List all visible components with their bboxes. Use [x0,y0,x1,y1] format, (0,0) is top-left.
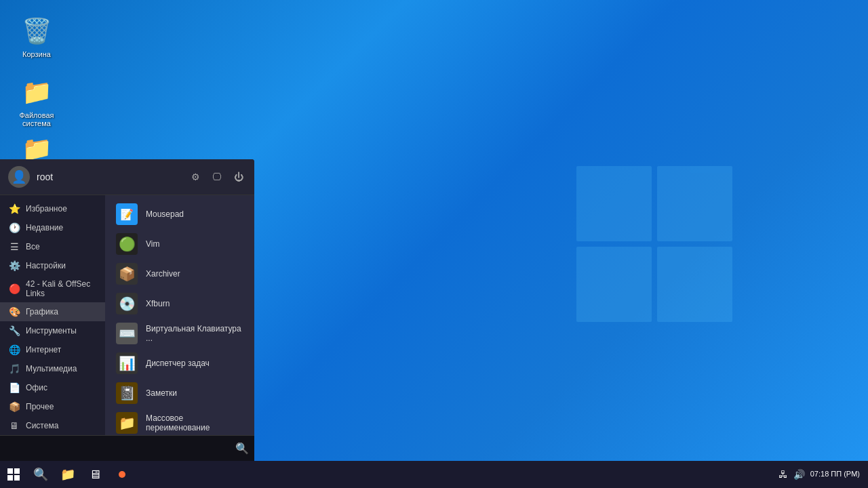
app-label-keyboard: Виртуальная Клавиатура ... [146,324,243,343]
orange-dot-indicator [119,471,125,478]
sidebar-item-graphics[interactable]: 🎨 Графика [0,302,105,321]
desktop: 🗑️ Корзина 📁 Файловая система 📁 👤 root ⚙… [0,0,868,488]
app-icon-xarchiver: 📦 [116,263,138,285]
sidebar-item-recent[interactable]: 🕐 Недавние [0,218,105,237]
sidebar-icon-settings: ⚙️ [8,260,20,271]
settings-button[interactable]: ⚙ [189,170,203,184]
sidebar-label-tools: Инструменты [26,326,77,336]
sidebar-label-other: Прочее [26,402,54,411]
user-avatar: 👤 [8,166,30,188]
svg-rect-1 [14,468,20,474]
app-icon-taskmgr: 📊 [116,352,138,374]
taskbar: 🔍 📁 🖥 🖧 🔊 07:18 ПП (PM) [0,461,868,488]
menu-body: ⭐ Избранное 🕐 Недавние ☰ Все ⚙️ Настройк… [0,195,254,435]
app-item-notes[interactable]: 📓 Заметки [105,378,254,408]
app-icon-mousepad: 📝 [116,203,138,225]
app-item-mousepad[interactable]: 📝 Mousepad [105,199,254,229]
sidebar-item-other[interactable]: 📦 Прочее [0,397,105,416]
sidebar-label-office: Офис [26,383,47,392]
recycle-bin-icon: 🗑️ [20,15,53,47]
tray-network-icon[interactable]: 🖧 [778,469,788,480]
app-item-rename[interactable]: 📁 Массовое переименование [105,408,254,435]
sidebar-icon-office: 📄 [8,382,20,393]
svg-rect-2 [7,475,13,481]
sidebar-label-all: Все [26,242,40,251]
menu-header: 👤 root ⚙ 🖵 ⏻ [0,159,254,195]
header-actions: ⚙ 🖵 ⏻ [189,170,246,184]
sidebar-item-settings[interactable]: ⚙️ Настройки [0,256,105,275]
sidebar-icon-all: ☰ [8,241,20,252]
sidebar-label-multimedia: Мультимедиа [26,364,77,373]
orange-dot-button[interactable] [108,461,136,488]
menu-search: 🔍 [0,435,254,461]
sidebar-icon-favorites: ⭐ [8,203,20,214]
svg-rect-3 [14,475,20,481]
sidebar-icon-system: 🖥 [8,420,20,431]
app-label-notes: Заметки [146,388,177,398]
app-icon-notes: 📓 [116,382,138,404]
tray-sound-icon[interactable]: 🔊 [793,469,805,480]
taskbar-tray: 🖧 🔊 07:18 ПП (PM) [778,469,868,480]
screen-button[interactable]: 🖵 [210,170,224,184]
sidebar-icon-other: 📦 [8,401,20,412]
sidebar-icon-kali: 🔴 [8,283,20,294]
app-item-taskmgr[interactable]: 📊 Диспетчер задач [105,348,254,378]
app-item-keyboard[interactable]: ⌨️ Виртуальная Клавиатура ... [105,319,254,348]
sidebar-item-internet[interactable]: 🌐 Интернет [0,340,105,359]
sidebar-icon-graphics: 🎨 [8,306,20,317]
username-label: root [37,171,189,182]
windows-logo [576,166,732,322]
desktop-icon-filesystem[interactable]: 📁 Файловая система [9,73,64,130]
sidebar-item-tools[interactable]: 🔧 Инструменты [0,321,105,340]
sidebar-label-system: Система [26,421,58,430]
search-taskbar-button[interactable]: 🔍 [27,461,54,488]
sidebar-item-kali[interactable]: 🔴 42 - Kali & OffSec Links [0,275,105,302]
search-input[interactable] [5,443,235,453]
app-item-xarchiver[interactable]: 📦 Xarchiver [105,259,254,289]
recycle-bin-label: Корзина [22,50,51,58]
app-icon-vim: 🟢 [116,233,138,255]
desktop-icon-recycle[interactable]: 🗑️ Корзина [9,12,64,61]
taskbar-clock[interactable]: 07:18 ПП (PM) [810,469,860,479]
sidebar-label-favorites: Избранное [26,204,67,214]
start-button[interactable] [0,461,27,488]
app-item-vim[interactable]: 🟢 Vim [105,229,254,259]
menu-sidebar: ⭐ Избранное 🕐 Недавние ☰ Все ⚙️ Настройк… [0,195,105,435]
sidebar-item-all[interactable]: ☰ Все [0,237,105,256]
start-menu: 👤 root ⚙ 🖵 ⏻ ⭐ Избранное 🕐 Недавние ☰ Вс… [0,159,254,461]
filesystem-label: Файловая система [19,111,54,127]
filesystem-icon: 📁 [20,76,53,108]
sidebar-icon-recent: 🕐 [8,222,20,233]
sidebar-item-office[interactable]: 📄 Офис [0,378,105,397]
sidebar-label-recent: Недавние [26,223,63,232]
sidebar-label-kali: 42 - Kali & OffSec Links [26,279,97,298]
sidebar-label-graphics: Графика [26,307,58,317]
svg-rect-0 [7,468,13,474]
files-taskbar-button[interactable]: 📁 [54,461,81,488]
app-label-xarchiver: Xarchiver [146,269,180,279]
terminal-taskbar-button[interactable]: 🖥 [81,461,108,488]
app-icon-rename: 📁 [116,412,138,434]
sidebar-label-settings: Настройки [26,261,66,270]
app-icon-keyboard: ⌨️ [116,323,138,344]
sidebar-icon-internet: 🌐 [8,344,20,355]
app-label-vim: Vim [146,239,159,249]
sidebar-item-system[interactable]: 🖥 Система [0,416,105,435]
sidebar-item-multimedia[interactable]: 🎵 Мультимедиа [0,359,105,378]
app-label-mousepad: Mousepad [146,209,184,219]
app-label-rename: Массовое переименование [146,413,243,432]
search-icon: 🔍 [235,442,249,455]
app-icon-xfburn: 💿 [116,293,138,314]
app-item-xfburn[interactable]: 💿 Xfburn [105,289,254,319]
app-label-taskmgr: Диспетчер задач [146,359,210,368]
menu-apps: 📝 Mousepad 🟢 Vim 📦 Xarchiver 💿 Xfburn ⌨️… [105,195,254,435]
sidebar-icon-tools: 🔧 [8,325,20,336]
power-button[interactable]: ⏻ [231,170,246,184]
sidebar-item-favorites[interactable]: ⭐ Избранное [0,199,105,218]
app-label-xfburn: Xfburn [146,299,170,308]
sidebar-label-internet: Интернет [26,345,61,354]
sidebar-icon-multimedia: 🎵 [8,363,20,374]
